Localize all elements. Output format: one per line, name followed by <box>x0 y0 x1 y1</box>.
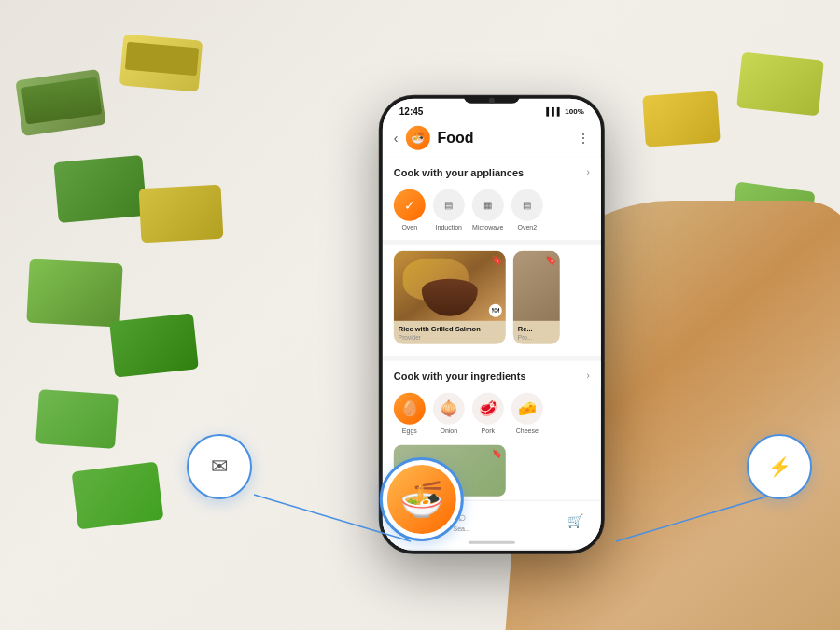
app-title: Food <box>437 129 568 146</box>
home-bar <box>469 540 515 543</box>
nav-cart[interactable]: 🛒 <box>567 512 583 527</box>
recipe-1-info: Rice with Grilled Salmon Provider <box>394 320 506 343</box>
food-box-r1 <box>736 52 824 117</box>
recipe-2-info: Re... Pro... <box>513 320 560 343</box>
ingredients-header[interactable]: Cook with your ingredients › <box>383 360 601 386</box>
food-box-6 <box>35 389 119 449</box>
app-icon-symbol: 🍜 <box>411 131 425 144</box>
appliances-row: ✓ Oven ▤ Induction ▦ Microwave ▤ <box>383 183 601 239</box>
food-box-2 <box>119 34 203 91</box>
food-box-4 <box>26 259 122 327</box>
recipe-1-name: Rice with Grilled Salmon <box>399 324 501 332</box>
food-box-3 <box>53 155 147 223</box>
oven-label: Oven <box>401 223 417 230</box>
food-box-5 <box>109 313 199 377</box>
appliances-arrow: › <box>586 167 589 177</box>
recipe-1-provider: Provider <box>399 333 501 340</box>
cheese-label: Cheese <box>516 427 539 433</box>
food-box-1-top <box>21 77 103 124</box>
phone-notch <box>464 95 520 103</box>
ingredients-arrow: › <box>586 371 589 381</box>
cheese-emoji: 🧀 <box>518 399 537 417</box>
envelope-icon: ✉ <box>211 455 228 479</box>
recipe-card-2-image: 🔖 <box>513 250 560 320</box>
recipe-1-bookmark[interactable]: 🔖 <box>491 254 502 264</box>
ingredient-eggs[interactable]: 🥚 Eggs <box>394 392 426 433</box>
more-button[interactable]: ⋮ <box>577 130 590 145</box>
app-bar: ‹ 🍜 Food ⋮ <box>383 119 601 157</box>
ingredient-cheese[interactable]: 🧀 Cheese <box>511 392 543 433</box>
onion-label: Onion <box>440 427 457 433</box>
search-label: Sea... <box>454 525 470 532</box>
recipe-card-1-image: 🔖 🍽 <box>394 250 506 320</box>
food-app-icon: 🍜 <box>387 465 456 534</box>
oven2-icon-circle: ▤ <box>511 189 543 220</box>
camera-dot <box>489 97 495 103</box>
recipe-card-2[interactable]: 🔖 Re... Pro... <box>513 250 560 343</box>
pork-icon: 🥩 <box>472 392 504 424</box>
ingredient-onion[interactable]: 🧅 Onion <box>433 392 465 433</box>
pork-label: Pork <box>482 427 495 433</box>
recipe-2-name: Re... <box>518 324 555 332</box>
appliance-induction[interactable]: ▤ Induction <box>433 189 465 230</box>
microwave-icon-circle: ▦ <box>472 189 504 220</box>
recipe-food-tag: 🍽 <box>489 303 502 316</box>
floating-circle-right[interactable]: ⚡ <box>747 434 812 499</box>
ingredients-row: 🥚 Eggs 🧅 Onion 🥩 <box>383 386 601 441</box>
eggs-icon: 🥚 <box>394 392 426 424</box>
food-box-7 <box>139 185 224 244</box>
appliances-header[interactable]: Cook with your appliances › <box>383 157 601 183</box>
floating-circle-center[interactable]: 🍜 <box>380 457 464 541</box>
recipe-section: 🔖 🍽 Rice with Grilled Salmon Provider <box>383 245 601 355</box>
appliance-oven2[interactable]: ▤ Oven2 <box>511 189 543 230</box>
recipe-bowl <box>422 278 478 315</box>
food-box-r2 <box>642 91 721 147</box>
recipe-card-1[interactable]: 🔖 🍽 Rice with Grilled Salmon Provider <box>394 250 506 343</box>
ingredients-title: Cook with your ingredients <box>394 370 526 381</box>
cheese-icon: 🧀 <box>511 392 543 424</box>
microwave-label: Microwave <box>472 223 503 230</box>
food-box-8 <box>72 462 164 530</box>
eggs-emoji: 🥚 <box>400 399 419 417</box>
floating-circle-left[interactable]: ✉ <box>187 434 252 499</box>
appliances-section: Cook with your appliances › ✓ Oven ▤ Ind… <box>383 157 601 239</box>
cart-icon: 🛒 <box>567 512 583 527</box>
eggs-label: Eggs <box>402 427 417 433</box>
pork-emoji: 🥩 <box>479 399 497 417</box>
back-button[interactable]: ‹ <box>394 130 399 145</box>
induction-icon-circle: ▤ <box>433 189 465 220</box>
food-box-1 <box>15 69 105 136</box>
battery-icon: 100% <box>565 106 583 115</box>
power-icon: ⚡ <box>768 455 791 478</box>
recipe-2-bookmark[interactable]: 🔖 <box>545 254 556 264</box>
oven-icon-circle: ✓ <box>394 189 426 220</box>
recipe-cards-row: 🔖 🍽 Rice with Grilled Salmon Provider <box>383 245 601 349</box>
food-box-2-top <box>125 42 199 77</box>
ingredient-pork[interactable]: 🥩 Pork <box>472 392 504 433</box>
signal-icon: ▌▌▌ <box>546 106 562 115</box>
onion-icon: 🧅 <box>433 392 465 424</box>
status-icons: ▌▌▌ 100% <box>546 106 583 115</box>
second-bookmark-1[interactable]: 🔖 <box>492 448 502 457</box>
food-bowl-icon: 🍜 <box>399 479 443 520</box>
recipe-2-provider: Pro... <box>518 333 555 340</box>
onion-emoji: 🧅 <box>440 399 458 417</box>
oven2-label: Oven2 <box>517 223 537 230</box>
induction-label: Induction <box>436 223 462 230</box>
appliance-microwave[interactable]: ▦ Microwave <box>472 189 504 230</box>
appliances-title: Cook with your appliances <box>394 166 524 177</box>
status-time: 12:45 <box>399 105 424 116</box>
appliance-oven[interactable]: ✓ Oven <box>394 189 426 230</box>
app-icon: 🍜 <box>405 125 429 149</box>
